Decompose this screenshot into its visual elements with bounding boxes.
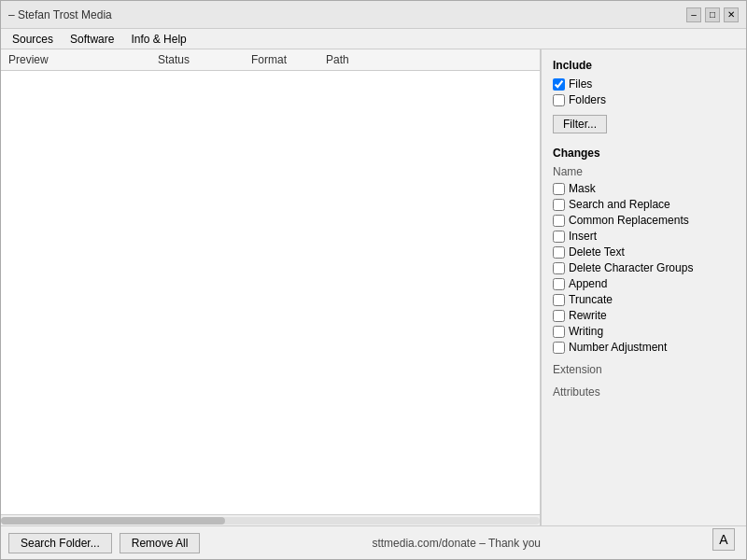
truncate-label[interactable]: Truncate <box>569 293 613 306</box>
delete-char-groups-label[interactable]: Delete Character Groups <box>569 261 693 274</box>
folders-label[interactable]: Folders <box>569 93 606 106</box>
bottom-left-buttons: Search Folder... Remove All <box>8 533 200 553</box>
append-checkbox[interactable] <box>553 278 565 290</box>
minimize-button[interactable]: – <box>686 7 701 22</box>
append-row: Append <box>553 277 735 290</box>
bottom-bar: Search Folder... Remove All sttmedia.com… <box>1 525 746 559</box>
changes-section: Changes Name Mask Search and Replace Com… <box>553 147 735 354</box>
main-area: Preview Status Format Path Include Files <box>1 49 746 525</box>
search-replace-label[interactable]: Search and Replace <box>569 198 670 211</box>
mask-row: Mask <box>553 182 735 195</box>
scrollbar-track <box>1 517 540 525</box>
writing-row: Writing <box>553 325 735 338</box>
common-replacements-row: Common Replacements <box>553 214 735 227</box>
search-folder-button[interactable]: Search Folder... <box>8 533 112 553</box>
delete-char-groups-row: Delete Character Groups <box>553 261 735 274</box>
search-replace-checkbox[interactable] <box>553 199 565 211</box>
col-header-format: Format <box>244 53 318 66</box>
main-window: – Stefan Trost Media – □ ✕ Sources Softw… <box>0 0 747 560</box>
maximize-button[interactable]: □ <box>705 7 720 22</box>
rewrite-label[interactable]: Rewrite <box>569 309 607 322</box>
delete-text-checkbox[interactable] <box>553 246 565 259</box>
truncate-checkbox[interactable] <box>553 294 565 306</box>
delete-text-label[interactable]: Delete Text <box>569 245 625 259</box>
menu-info-help[interactable]: Info & Help <box>123 31 193 48</box>
insert-row: Insert <box>553 230 735 243</box>
files-label[interactable]: Files <box>569 77 592 91</box>
include-section-title: Include <box>553 59 735 72</box>
number-adjustment-label[interactable]: Number Adjustment <box>569 341 667 354</box>
folders-row: Folders <box>553 93 735 106</box>
files-row: Files <box>553 77 735 91</box>
right-panel: Include Files Folders Filter... Changes … <box>541 49 746 525</box>
col-header-status: Status <box>150 53 244 66</box>
rewrite-row: Rewrite <box>553 309 735 322</box>
horizontal-scrollbar[interactable] <box>1 514 540 525</box>
table-body <box>1 71 540 514</box>
left-panel: Preview Status Format Path <box>1 49 541 525</box>
menu-bar: Sources Software Info & Help <box>1 29 746 49</box>
common-replacements-checkbox[interactable] <box>553 215 565 227</box>
search-replace-row: Search and Replace <box>553 198 735 211</box>
number-adjustment-checkbox[interactable] <box>553 342 565 354</box>
rewrite-checkbox[interactable] <box>553 310 565 322</box>
menu-software[interactable]: Software <box>63 31 121 48</box>
status-text: sttmedia.com/donate – Thank you <box>372 537 541 550</box>
delete-char-groups-checkbox[interactable] <box>553 262 565 274</box>
folders-checkbox[interactable] <box>553 94 565 106</box>
title-bar: – Stefan Trost Media – □ ✕ <box>1 1 746 29</box>
table-header: Preview Status Format Path <box>1 49 540 71</box>
mask-label[interactable]: Mask <box>569 182 596 195</box>
writing-checkbox[interactable] <box>553 326 565 338</box>
menu-sources[interactable]: Sources <box>5 31 61 48</box>
title-controls: – □ ✕ <box>686 7 739 22</box>
action-button[interactable]: A <box>712 528 735 551</box>
mask-checkbox[interactable] <box>553 183 565 195</box>
scrollbar-thumb[interactable] <box>1 517 225 525</box>
writing-label[interactable]: Writing <box>569 325 603 338</box>
number-adjustment-row: Number Adjustment <box>553 341 735 354</box>
delete-text-row: Delete Text <box>553 245 735 259</box>
insert-label[interactable]: Insert <box>569 230 597 243</box>
remove-all-button[interactable]: Remove All <box>120 533 201 553</box>
col-header-path: Path <box>318 53 412 66</box>
filter-button[interactable]: Filter... <box>553 115 607 133</box>
common-replacements-label[interactable]: Common Replacements <box>569 214 689 227</box>
window-title: – Stefan Trost Media <box>8 8 112 21</box>
insert-checkbox[interactable] <box>553 231 565 243</box>
close-button[interactable]: ✕ <box>724 7 739 22</box>
changes-name-label: Name <box>553 165 735 178</box>
truncate-row: Truncate <box>553 293 735 306</box>
files-checkbox[interactable] <box>553 78 565 91</box>
changes-section-title: Changes <box>553 147 735 160</box>
col-header-preview: Preview <box>1 53 150 66</box>
append-label[interactable]: Append <box>569 277 607 290</box>
attributes-label: Attributes <box>553 385 735 399</box>
extension-label: Extension <box>553 363 735 376</box>
